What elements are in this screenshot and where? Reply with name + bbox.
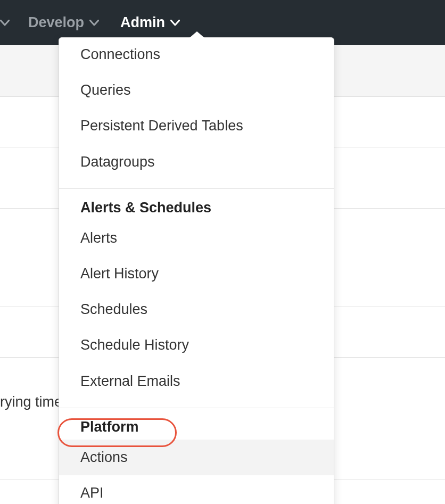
nav-label-admin: Admin bbox=[120, 14, 165, 31]
menu-item-connections[interactable]: Connections bbox=[59, 38, 334, 72]
nav-item-partial[interactable] bbox=[0, 0, 18, 45]
menu-item-alerts[interactable]: Alerts bbox=[59, 220, 334, 256]
menu-item-datagroups[interactable]: Datagroups bbox=[59, 144, 334, 180]
menu-item-schedules[interactable]: Schedules bbox=[59, 292, 334, 327]
background-partial-text: rying time bbox=[0, 394, 62, 410]
admin-dropdown-menu: Connections Queries Persistent Derived T… bbox=[59, 37, 334, 504]
menu-item-alert-history[interactable]: Alert History bbox=[59, 256, 334, 292]
chevron-down-icon bbox=[170, 20, 180, 26]
section-header-alerts: Alerts & Schedules bbox=[59, 189, 334, 220]
menu-item-queries[interactable]: Queries bbox=[59, 72, 334, 108]
menu-item-external-emails[interactable]: External Emails bbox=[59, 363, 334, 399]
menu-item-schedule-history[interactable]: Schedule History bbox=[59, 327, 334, 363]
menu-item-api[interactable]: API bbox=[59, 475, 334, 504]
menu-item-actions[interactable]: Actions bbox=[59, 440, 334, 475]
menu-item-persistent-derived-tables[interactable]: Persistent Derived Tables bbox=[59, 108, 334, 144]
chevron-down-icon bbox=[0, 20, 10, 26]
section-header-platform: Platform bbox=[59, 408, 334, 440]
nav-label-develop: Develop bbox=[28, 14, 84, 31]
chevron-down-icon bbox=[89, 20, 99, 26]
